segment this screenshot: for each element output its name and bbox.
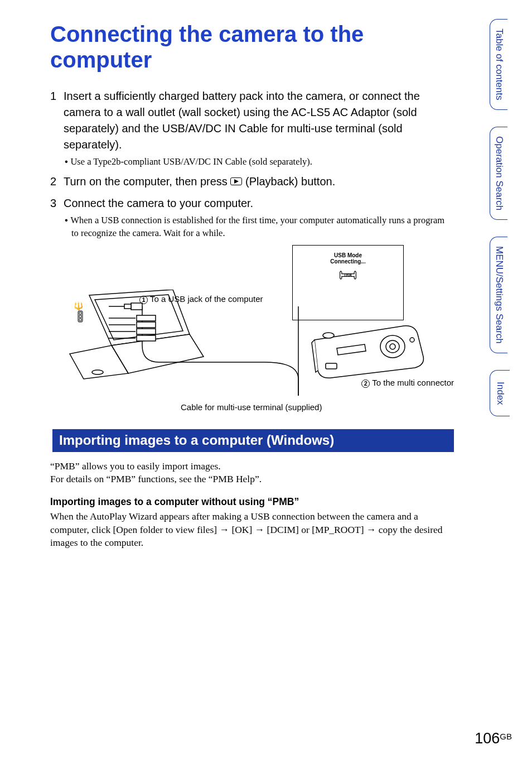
page-number-value: 106	[475, 730, 500, 747]
svg-rect-13	[137, 335, 156, 341]
step-3-text: Connect the camera to your computer.	[64, 195, 443, 212]
p3-part-c: [DCIM] or [MP_ROOT]	[264, 524, 366, 535]
section-heading-importing: Importing images to a computer (Windows)	[50, 429, 454, 452]
tab-operation-search[interactable]: Operation Search	[490, 127, 507, 220]
step-2: 2Turn on the computer, then press (Playb…	[50, 174, 454, 190]
connection-diagram: USB Mode Connecting... USB 🔱	[50, 245, 454, 412]
step-1-bullet: Use a Type2b-compliant USB/AV/DC IN Cabl…	[65, 155, 454, 168]
svg-rect-9	[124, 304, 131, 309]
arrow-icon: →	[255, 524, 265, 535]
subheading-without-pmb: Importing images to a computer without u…	[50, 496, 454, 508]
playback-icon	[230, 177, 242, 185]
svg-rect-10	[137, 315, 156, 321]
svg-point-21	[410, 338, 414, 342]
steps-list: 1Insert a sufficiently charged battery p…	[50, 88, 454, 239]
arrow-icon: →	[366, 524, 376, 535]
arrow-icon: →	[220, 524, 230, 535]
svg-point-23	[323, 333, 334, 338]
usb-badge-icon: USB	[339, 270, 357, 280]
pmb-intro-2: For details on “PMB” functions, see the …	[50, 473, 454, 486]
diagram-label-multi-connector: 2 To the multi connector	[361, 378, 454, 388]
page-number: 106GB	[475, 730, 512, 747]
svg-marker-0	[234, 179, 239, 184]
svg-point-20	[390, 344, 395, 349]
screen-connecting-label: Connecting...	[293, 258, 403, 265]
tab-menu-settings-search[interactable]: MENU/Settings Search	[490, 237, 507, 353]
step-3-bullet: When a USB connection is established for…	[65, 214, 454, 239]
usb-badge-text: USB	[344, 273, 352, 277]
step-3: 3Connect the camera to your computer. Wh…	[50, 195, 454, 239]
page-title: Connecting the camera to the computer	[50, 21, 454, 73]
step-1-text: Insert a sufficiently charged battery pa…	[64, 88, 443, 153]
step-1: 1Insert a sufficiently charged battery p…	[50, 88, 454, 168]
diagram-label-cable: Cable for multi-use terminal (supplied)	[181, 402, 322, 412]
diagram-label-usb-jack-text: To a USB jack of the computer	[150, 294, 263, 304]
pmb-intro-1: “PMB” allows you to easily import images…	[50, 460, 454, 473]
step-3-number: 3	[50, 195, 64, 212]
tab-index[interactable]: Index	[490, 370, 510, 417]
svg-rect-22	[326, 363, 337, 369]
diagram-label-usb-jack: 1 To a USB jack of the computer	[139, 294, 263, 304]
svg-rect-11	[137, 322, 156, 328]
step-2-text-before: Turn on the computer, then press	[64, 175, 230, 188]
step-2-number: 2	[50, 174, 64, 190]
side-tabs: Table of contents Operation Search MENU/…	[490, 19, 532, 433]
screen-usb-mode-label: USB Mode	[293, 252, 403, 258]
step-2-text: Turn on the computer, then press (Playba…	[64, 174, 443, 190]
svg-rect-12	[137, 329, 156, 334]
step-1-number: 1	[50, 88, 64, 104]
step-2-text-after: (Playback) button.	[242, 175, 335, 188]
autoplay-instructions: When the AutoPlay Wizard appears after m…	[50, 510, 454, 550]
camera-illustration	[303, 323, 432, 379]
diagram-label-multi-connector-text: To the multi connector	[372, 378, 454, 387]
page-number-suffix: GB	[500, 732, 512, 741]
tab-table-of-contents[interactable]: Table of contents	[490, 19, 507, 110]
p3-part-b: [OK]	[229, 524, 255, 535]
